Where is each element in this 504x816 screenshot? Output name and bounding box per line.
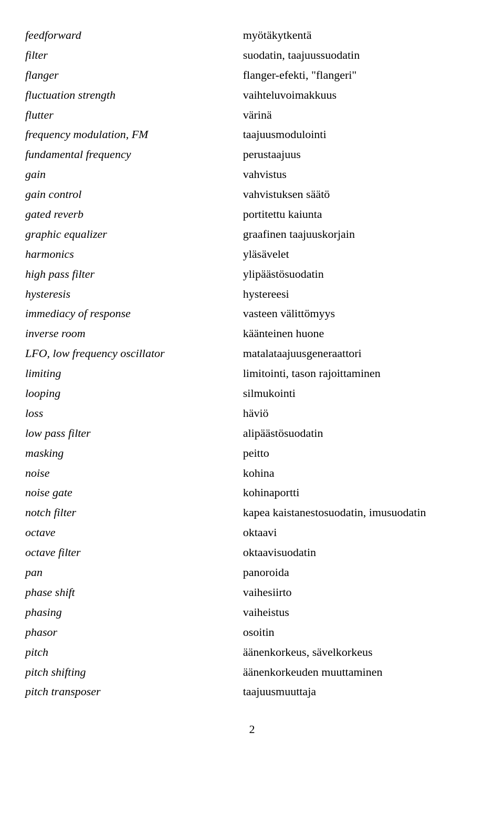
table-row: LFO, low frequency oscillatormatalataaju… <box>25 343 479 363</box>
table-row: high pass filterylipäästösuodatin <box>25 264 479 284</box>
translation-cell: oktaavi <box>243 522 479 542</box>
table-row: low pass filteralipäästösuodatin <box>25 423 479 443</box>
translation-cell: flanger-efekti, "flangeri" <box>243 65 479 85</box>
term-cell: gain control <box>25 184 243 204</box>
translation-cell: panoroida <box>243 562 479 582</box>
table-row: gated reverbportitettu kaiunta <box>25 204 479 224</box>
table-row: flangerflanger-efekti, "flangeri" <box>25 65 479 85</box>
term-cell: phase shift <box>25 582 243 602</box>
table-row: pitchäänenkorkeus, sävelkorkeus <box>25 642 479 662</box>
translation-cell: kohina <box>243 463 479 483</box>
term-cell: masking <box>25 443 243 463</box>
translation-cell: limitointi, tason rajoittaminen <box>243 363 479 383</box>
translation-cell: oktaavisuodatin <box>243 542 479 562</box>
term-cell: filter <box>25 45 243 65</box>
table-row: octaveoktaavi <box>25 522 479 542</box>
table-row: pitch transposertaajuusmuuttaja <box>25 682 479 702</box>
translation-cell: osoitin <box>243 622 479 642</box>
page-footer: 2 <box>25 723 479 736</box>
translation-cell: ylipäästösuodatin <box>243 264 479 284</box>
translation-cell: graafinen taajuuskorjain <box>243 224 479 244</box>
table-row: phasingvaiheistus <box>25 602 479 622</box>
term-cell: harmonics <box>25 244 243 264</box>
table-row: immediacy of responsevasteen välittömyys <box>25 304 479 323</box>
table-row: gain controlvahvistuksen säätö <box>25 184 479 204</box>
term-cell: pan <box>25 562 243 582</box>
term-cell: phasor <box>25 622 243 642</box>
translation-cell: värinä <box>243 105 479 125</box>
translation-cell: peitto <box>243 443 479 463</box>
term-cell: octave <box>25 522 243 542</box>
table-row: limitinglimitointi, tason rajoittaminen <box>25 363 479 383</box>
translation-cell: suodatin, taajuussuodatin <box>243 45 479 65</box>
translation-cell: matalataajuusgeneraattori <box>243 343 479 363</box>
table-row: gainvahvistus <box>25 164 479 184</box>
table-row: phasorosoitin <box>25 622 479 642</box>
table-row: harmonicsyläsävelet <box>25 244 479 264</box>
term-cell: inverse room <box>25 323 243 343</box>
term-cell: phasing <box>25 602 243 622</box>
table-row: fluctuation strengthvaihteluvoimakkuus <box>25 85 479 105</box>
term-cell: hysteresis <box>25 284 243 304</box>
translation-cell: alipäästösuodatin <box>243 423 479 443</box>
table-row: fluttervärinä <box>25 105 479 125</box>
term-cell: gain <box>25 164 243 184</box>
translation-cell: vahvistuksen säätö <box>243 184 479 204</box>
table-row: inverse roomkäänteinen huone <box>25 323 479 343</box>
term-cell: frequency modulation, FM <box>25 124 243 144</box>
translation-cell: äänenkorkeus, sävelkorkeus <box>243 642 479 662</box>
translation-cell: vasteen välittömyys <box>243 304 479 323</box>
term-cell: flutter <box>25 105 243 125</box>
term-cell: LFO, low frequency oscillator <box>25 343 243 363</box>
term-cell: flanger <box>25 65 243 85</box>
translation-cell: häviö <box>243 403 479 423</box>
translation-cell: perustaajuus <box>243 144 479 164</box>
table-row: noisekohina <box>25 463 479 483</box>
translation-cell: portitettu kaiunta <box>243 204 479 224</box>
term-cell: octave filter <box>25 542 243 562</box>
table-row: pitch shiftingäänenkorkeuden muuttaminen <box>25 662 479 682</box>
term-cell: pitch shifting <box>25 662 243 682</box>
term-cell: high pass filter <box>25 264 243 284</box>
term-cell: fluctuation strength <box>25 85 243 105</box>
term-cell: loss <box>25 403 243 423</box>
table-row: hysteresishystereesi <box>25 284 479 304</box>
term-cell: limiting <box>25 363 243 383</box>
translation-cell: taajuusmodulointi <box>243 124 479 144</box>
term-cell: noise <box>25 463 243 483</box>
table-row: fundamental frequencyperustaajuus <box>25 144 479 164</box>
translation-cell: yläsävelet <box>243 244 479 264</box>
table-row: panpanoroida <box>25 562 479 582</box>
table-row: losshäviö <box>25 403 479 423</box>
term-cell: notch filter <box>25 503 243 522</box>
term-cell: feedforward <box>25 25 243 45</box>
table-row: octave filteroktaavisuodatin <box>25 542 479 562</box>
table-row: noise gatekohinaportti <box>25 483 479 503</box>
term-cell: low pass filter <box>25 423 243 443</box>
term-cell: immediacy of response <box>25 304 243 323</box>
translation-cell: äänenkorkeuden muuttaminen <box>243 662 479 682</box>
translation-cell: vahvistus <box>243 164 479 184</box>
translation-cell: kapea kaistanestosuodatin, imusuodatin <box>243 503 479 522</box>
translation-cell: käänteinen huone <box>243 323 479 343</box>
table-row: graphic equalizergraafinen taajuuskorjai… <box>25 224 479 244</box>
translation-cell: taajuusmuuttaja <box>243 682 479 702</box>
term-cell: noise gate <box>25 483 243 503</box>
translation-cell: hystereesi <box>243 284 479 304</box>
table-row: maskingpeitto <box>25 443 479 463</box>
term-cell: pitch <box>25 642 243 662</box>
table-row: notch filterkapea kaistanestosuodatin, i… <box>25 503 479 522</box>
page-number: 2 <box>249 723 255 736</box>
glossary-table: feedforwardmyötäkytkentäfiltersuodatin, … <box>25 25 479 702</box>
translation-cell: myötäkytkentä <box>243 25 479 45</box>
translation-cell: silmukointi <box>243 383 479 403</box>
term-cell: pitch transposer <box>25 682 243 702</box>
translation-cell: vaihesiirto <box>243 582 479 602</box>
term-cell: fundamental frequency <box>25 144 243 164</box>
table-row: filtersuodatin, taajuussuodatin <box>25 45 479 65</box>
table-row: phase shiftvaihesiirto <box>25 582 479 602</box>
translation-cell: kohinaportti <box>243 483 479 503</box>
term-cell: looping <box>25 383 243 403</box>
translation-cell: vaiheistus <box>243 602 479 622</box>
term-cell: graphic equalizer <box>25 224 243 244</box>
